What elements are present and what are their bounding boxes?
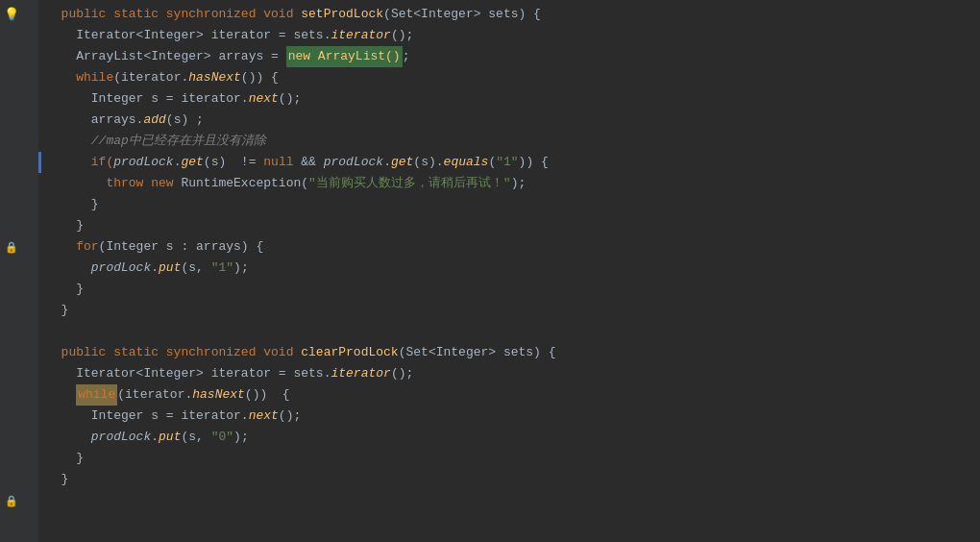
code-line: while(iterator.hasNext()) { <box>46 67 980 88</box>
code-line: prodLock.put(s, "1"); <box>46 258 980 279</box>
code-line: arrays.add(s) ; <box>46 110 980 131</box>
line-gutter: 💡 🔒 🔒 <box>0 0 38 542</box>
code-line: Iterator<Integer> iterator = sets.iterat… <box>46 363 980 384</box>
left-bar <box>38 152 41 173</box>
code-line: for(Integer s : arrays) { <box>46 236 980 258</box>
lock-icon-1: 🔒 <box>4 236 19 258</box>
code-line: Iterator<Integer> iterator = sets.iterat… <box>46 25 980 46</box>
code-line: } <box>46 300 980 321</box>
code-line: prodLock.put(s, "0"); <box>46 427 980 448</box>
code-line: if(prodLock.get(s) != null && prodLock.g… <box>46 152 980 173</box>
code-line: } <box>46 215 980 236</box>
code-line: public static synchronized void setProdL… <box>46 4 980 25</box>
code-line: public static synchronized void clearPro… <box>46 342 980 363</box>
code-line: while(iterator.hasNext()) { <box>46 384 980 406</box>
code-editor: 💡 🔒 🔒 public static synchronized void se… <box>0 0 980 542</box>
lightbulb-icon: 💡 <box>4 4 19 25</box>
code-line: //map中已经存在并且没有清除 <box>46 131 980 152</box>
code-line: } <box>46 194 980 215</box>
code-line: } <box>46 469 980 490</box>
while-keyword-highlighted: while <box>76 384 117 406</box>
code-line: Integer s = iterator.next(); <box>46 406 980 427</box>
lock-icon-2: 🔒 <box>4 490 19 511</box>
code-line: } <box>46 279 980 300</box>
code-line: Integer s = iterator.next(); <box>46 88 980 110</box>
code-line: ArrayList<Integer> arrays = new ArrayLis… <box>46 46 980 67</box>
code-line: throw new RuntimeException("当前购买人数过多，请稍后… <box>46 173 980 194</box>
code-line <box>46 321 980 342</box>
code-line: } <box>46 448 980 469</box>
code-content: public static synchronized void setProdL… <box>38 0 980 542</box>
